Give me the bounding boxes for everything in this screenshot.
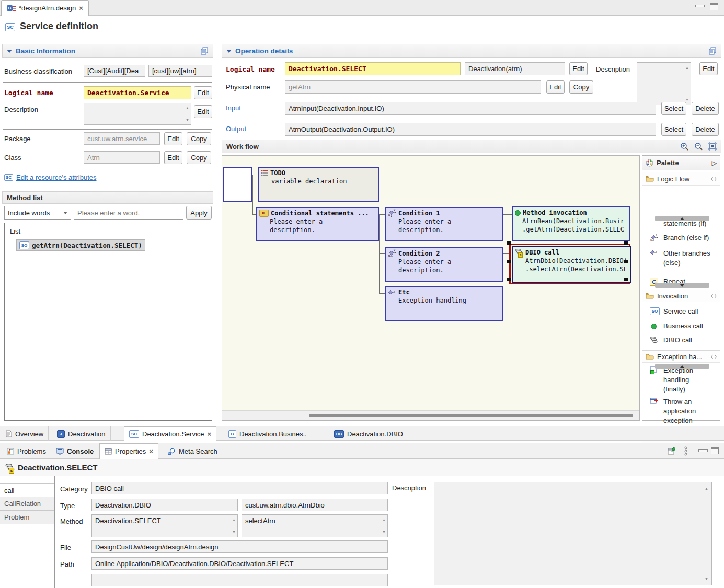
input-select-button[interactable]: Select bbox=[661, 102, 686, 115]
scroll-up-cue[interactable] bbox=[655, 216, 709, 221]
palette-item-branch[interactable]: YN Branch (else if) bbox=[650, 233, 718, 243]
spin-up-icon[interactable]: ▲ bbox=[685, 66, 689, 70]
class-edit-button[interactable]: Edit bbox=[164, 151, 182, 164]
scroll-down-cue[interactable] bbox=[655, 283, 709, 288]
description-edit-button[interactable]: Edit bbox=[194, 105, 212, 118]
spin-down-icon[interactable]: ▼ bbox=[232, 530, 236, 534]
logical-name-field[interactable]: Deactivation.Service bbox=[84, 86, 191, 99]
palette-item-other-branches[interactable]: Other branches (else) bbox=[650, 249, 718, 268]
spin-up-icon[interactable]: ▲ bbox=[232, 518, 236, 522]
tab-deactivation[interactable]: J Deactivation bbox=[52, 426, 111, 441]
tab-meta-search[interactable]: M Meta Search bbox=[163, 444, 222, 459]
selection-handle[interactable] bbox=[507, 260, 511, 263]
basic-info-header[interactable]: Basic Information bbox=[2, 44, 213, 58]
node-condition-1[interactable]: YN Condition 1 Please enter a descriptio… bbox=[385, 207, 503, 241]
method-field-2[interactable]: selectAtrn ▲ ▼ bbox=[242, 514, 388, 537]
palette-group-invocation[interactable]: Invocation bbox=[642, 290, 720, 302]
node-condition-2[interactable]: YN Condition 2 Please enter a descriptio… bbox=[385, 247, 503, 282]
zoom-fit-icon[interactable] bbox=[708, 142, 717, 151]
canvas-scroll-track[interactable] bbox=[222, 410, 639, 420]
package-field[interactable]: cust.uw.atrn.service bbox=[84, 132, 160, 145]
bottom-description-field[interactable]: ▲ ▼ bbox=[434, 482, 712, 585]
package-edit-button[interactable]: Edit bbox=[164, 132, 182, 145]
physical-name-field[interactable]: getAtrn bbox=[285, 80, 541, 94]
palette-group-exception[interactable]: Exception ha... bbox=[642, 350, 720, 363]
canvas-scroll-thumb[interactable] bbox=[309, 414, 633, 417]
tab-close-icon[interactable]: × bbox=[149, 448, 153, 455]
class-field[interactable]: Atrn bbox=[84, 151, 160, 164]
tab-overview[interactable]: Overview bbox=[1, 426, 49, 441]
input-field[interactable]: AtrnInput(Deactivation.Input.IO) bbox=[285, 102, 656, 115]
op-description-edit-button[interactable]: Edit bbox=[699, 62, 718, 75]
palette-item-exception-handling[interactable]: Exception handling (finally) bbox=[650, 366, 708, 394]
maximize-icon[interactable] bbox=[710, 3, 718, 10]
description-field[interactable]: ▲ ▼ bbox=[84, 103, 191, 125]
physical-edit-button[interactable]: Edit bbox=[546, 80, 565, 94]
collapse-icon[interactable] bbox=[7, 50, 12, 53]
node-todo[interactable]: TODO variable declaration bbox=[258, 167, 379, 202]
tab-deactivation-service[interactable]: SC Deactivation.Service × bbox=[124, 426, 216, 441]
class-copy-button[interactable]: Copy bbox=[187, 151, 211, 164]
op-logical-edit-button[interactable]: Edit bbox=[569, 62, 588, 75]
palette-item-dbio-call[interactable]: DBIO call bbox=[650, 336, 718, 345]
output-delete-button[interactable]: Delete bbox=[692, 123, 719, 136]
node-dbio-call[interactable]: s DBIO call AtrnDbio(Deactivation.DBIO) … bbox=[512, 246, 631, 283]
op-logical-name-field[interactable]: Deactivation.SELECT bbox=[285, 62, 461, 75]
method-tree-root[interactable]: List bbox=[10, 227, 20, 235]
op-logical-name-field-2[interactable]: Deactivation(atrn) bbox=[465, 62, 565, 75]
zoom-in-icon[interactable] bbox=[680, 142, 689, 151]
package-copy-button[interactable]: Copy bbox=[187, 132, 211, 145]
selection-handle[interactable] bbox=[624, 260, 628, 263]
palette-item-business-call[interactable]: Business call bbox=[650, 321, 718, 331]
side-tab-callrelation[interactable]: CallRelation bbox=[0, 497, 54, 511]
filter-dropdown[interactable]: Include words bbox=[4, 206, 71, 220]
node-method-invocation[interactable]: Method invocation AtrnBean(Deactivation.… bbox=[512, 206, 630, 241]
input-link[interactable]: Input bbox=[226, 104, 241, 112]
spin-up-icon[interactable]: ▲ bbox=[705, 487, 708, 490]
selection-handle[interactable] bbox=[624, 278, 628, 281]
tab-console[interactable]: Console bbox=[51, 444, 98, 459]
minimize-icon[interactable] bbox=[695, 5, 705, 7]
logical-name-edit-button[interactable]: Edit bbox=[194, 86, 212, 99]
scroll-up-cue[interactable] bbox=[655, 364, 709, 369]
input-delete-button[interactable]: Delete bbox=[692, 102, 719, 115]
maximize-view-icon[interactable] bbox=[711, 447, 719, 454]
pages-icon[interactable] bbox=[709, 47, 717, 55]
tab-problems[interactable]: Problems bbox=[2, 444, 51, 459]
zoom-out-icon[interactable] bbox=[694, 142, 703, 151]
node-conditional[interactable]: IF Conditional statements ... Please ent… bbox=[256, 207, 379, 241]
collapse-icon[interactable] bbox=[226, 50, 232, 53]
collapse-right-icon[interactable]: ▷ bbox=[712, 159, 717, 167]
side-tab-problem[interactable]: Problem bbox=[0, 511, 54, 524]
pin-icon[interactable] bbox=[711, 177, 717, 181]
tab-design-file[interactable]: B *designAtrn.design × bbox=[1, 0, 89, 16]
type-field-1[interactable]: Deactivation.DBIO bbox=[91, 499, 238, 511]
business-classification-field-2[interactable]: [cust][uw][atrn] bbox=[148, 65, 212, 77]
file-field[interactable]: DesignCustUw/design/designAtrn.design bbox=[91, 540, 388, 553]
output-link[interactable]: Output bbox=[226, 125, 246, 133]
spin-down-icon[interactable]: ▼ bbox=[382, 530, 386, 534]
output-select-button[interactable]: Select bbox=[661, 123, 686, 136]
selection-handle[interactable] bbox=[507, 241, 511, 245]
physical-copy-button[interactable]: Copy bbox=[569, 80, 593, 94]
type-field-2[interactable]: cust.uw.atrn.dbio.AtrnDbio bbox=[242, 499, 388, 511]
method-field-1[interactable]: Deactivation.SELECT ▲ ▼ bbox=[91, 514, 238, 537]
node-etc[interactable]: Etc Exception handling bbox=[385, 286, 503, 321]
spin-up-icon[interactable]: ▲ bbox=[382, 518, 386, 522]
minimize-view-icon[interactable] bbox=[698, 449, 708, 452]
method-list-item[interactable]: SO getAtrn(Deactivation.SELECT) bbox=[16, 239, 145, 251]
tab-deactivation-dbio[interactable]: DB Deactivation.DBIO bbox=[329, 426, 408, 441]
output-field[interactable]: AtrnOutput(Deactivation.Output.IO) bbox=[285, 123, 656, 136]
selection-handle[interactable] bbox=[507, 278, 511, 281]
empty-field[interactable] bbox=[91, 574, 388, 586]
spin-up-icon[interactable]: ▲ bbox=[186, 106, 189, 110]
spin-down-icon[interactable]: ▼ bbox=[705, 577, 708, 581]
pin-view-icon[interactable] bbox=[668, 447, 676, 455]
view-menu-icon[interactable] bbox=[684, 446, 688, 456]
workflow-canvas[interactable]: TODO variable declaration IF Conditional… bbox=[222, 155, 640, 421]
tab-close-icon[interactable]: × bbox=[208, 431, 212, 437]
palette-header[interactable]: Palette ▷ bbox=[642, 156, 720, 170]
palette-item-throw-exception[interactable]: Throw an application exception bbox=[650, 397, 711, 425]
category-field[interactable]: DBIO call bbox=[91, 482, 388, 494]
pin-icon[interactable] bbox=[711, 354, 717, 359]
